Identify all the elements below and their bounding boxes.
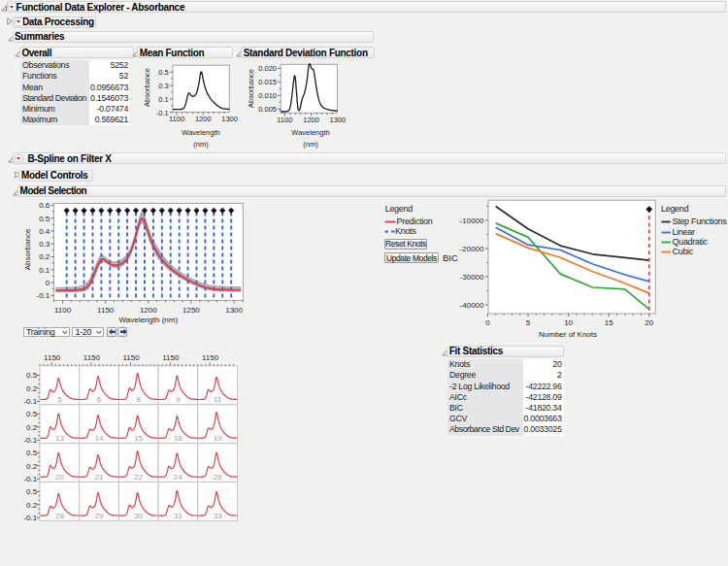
svg-text:1150: 1150 <box>202 353 219 362</box>
svg-text:31: 31 <box>174 512 182 520</box>
svg-text:-0.1: -0.1 <box>23 397 37 406</box>
svg-text:0.1: 0.1 <box>39 266 50 275</box>
svg-text:26: 26 <box>214 473 222 482</box>
svg-text:0.010: 0.010 <box>258 91 277 100</box>
svg-text:1150: 1150 <box>162 353 180 362</box>
svg-text:-40000: -40000 <box>460 301 484 310</box>
svg-text:BIC: BIC <box>443 252 458 263</box>
svg-text:1200: 1200 <box>140 306 157 315</box>
svg-text:Number of Knots: Number of Knots <box>539 330 597 339</box>
svg-text:-0.1: -0.1 <box>23 475 37 483</box>
svg-text:0.2: 0.2 <box>26 462 38 471</box>
svg-text:1150: 1150 <box>122 353 140 362</box>
svg-text:Absorbance: Absorbance <box>143 68 151 107</box>
svg-text:1150: 1150 <box>83 353 101 362</box>
svg-text:20: 20 <box>55 473 64 482</box>
svg-text:-0.1: -0.1 <box>23 514 37 522</box>
svg-text:0.2: 0.2 <box>39 252 50 261</box>
svg-text:1200: 1200 <box>303 116 319 124</box>
svg-text:1200: 1200 <box>195 115 212 123</box>
svg-text:8: 8 <box>137 395 142 404</box>
svg-text:5: 5 <box>526 318 531 327</box>
svg-text:18: 18 <box>174 434 182 443</box>
svg-text:22: 22 <box>134 473 143 482</box>
svg-text:0.3: 0.3 <box>39 240 50 249</box>
svg-text:1300: 1300 <box>225 306 243 315</box>
svg-text:-0.1: -0.1 <box>156 109 169 117</box>
svg-text:9: 9 <box>176 395 181 404</box>
svg-text:0.5: 0.5 <box>26 410 38 418</box>
svg-text:11: 11 <box>214 395 222 404</box>
svg-text:1150: 1150 <box>44 353 61 362</box>
svg-text:Wavelength (nm): Wavelength (nm) <box>118 316 178 324</box>
svg-text:24: 24 <box>174 473 182 482</box>
svg-text:0.2: 0.2 <box>26 501 38 510</box>
svg-text:0.2: 0.2 <box>26 384 38 393</box>
svg-text:10: 10 <box>564 318 573 327</box>
svg-text:0.5: 0.5 <box>26 487 38 496</box>
svg-text:Wavelength: Wavelength <box>182 128 219 137</box>
svg-text:0.3: 0.3 <box>158 82 168 90</box>
svg-text:5: 5 <box>57 395 62 404</box>
svg-text:0.015: 0.015 <box>258 78 277 86</box>
svg-text:-0.1: -0.1 <box>23 436 37 445</box>
svg-text:6: 6 <box>97 395 102 404</box>
svg-text:0.005: 0.005 <box>258 105 277 114</box>
svg-text:1300: 1300 <box>221 115 238 123</box>
svg-text:1250: 1250 <box>182 306 200 315</box>
svg-text:13: 13 <box>55 434 64 443</box>
svg-text:0.2: 0.2 <box>26 423 38 432</box>
svg-text:20: 20 <box>645 318 653 327</box>
svg-text:-30000: -30000 <box>460 273 484 282</box>
svg-text:-10000: -10000 <box>460 216 484 225</box>
svg-text:0.5: 0.5 <box>39 215 50 223</box>
svg-text:0.6: 0.6 <box>39 201 50 210</box>
svg-text:1150: 1150 <box>97 306 115 315</box>
svg-text:19: 19 <box>214 434 222 443</box>
svg-text:0: 0 <box>46 279 50 287</box>
svg-text:15: 15 <box>605 318 613 327</box>
svg-text:29: 29 <box>95 512 104 520</box>
svg-text:1100: 1100 <box>169 115 184 123</box>
svg-text:1300: 1300 <box>330 116 347 124</box>
svg-text:0.5: 0.5 <box>26 449 38 457</box>
svg-text:Absorbance: Absorbance <box>247 69 255 108</box>
svg-text:0.5: 0.5 <box>26 371 38 380</box>
svg-text:1100: 1100 <box>277 116 292 124</box>
svg-text:-0.1: -0.1 <box>37 291 50 300</box>
svg-text:(nm): (nm) <box>303 140 318 149</box>
svg-text:0.1: 0.1 <box>158 95 168 104</box>
svg-text:1100: 1100 <box>54 306 72 315</box>
svg-text:0.5: 0.5 <box>158 68 168 77</box>
svg-text:28: 28 <box>55 512 64 520</box>
svg-text:0.020: 0.020 <box>258 64 277 73</box>
svg-text:15: 15 <box>134 434 143 443</box>
svg-text:(nm): (nm) <box>193 140 209 149</box>
svg-text:30: 30 <box>134 512 143 520</box>
svg-text:Absorbance: Absorbance <box>23 228 32 270</box>
svg-text:Wavelength: Wavelength <box>291 128 329 137</box>
svg-text:-20000: -20000 <box>460 245 484 253</box>
svg-text:0.4: 0.4 <box>39 227 50 236</box>
svg-text:33: 33 <box>214 512 222 520</box>
svg-text:0: 0 <box>485 318 490 327</box>
svg-text:21: 21 <box>95 473 104 482</box>
svg-text:14: 14 <box>95 434 104 443</box>
